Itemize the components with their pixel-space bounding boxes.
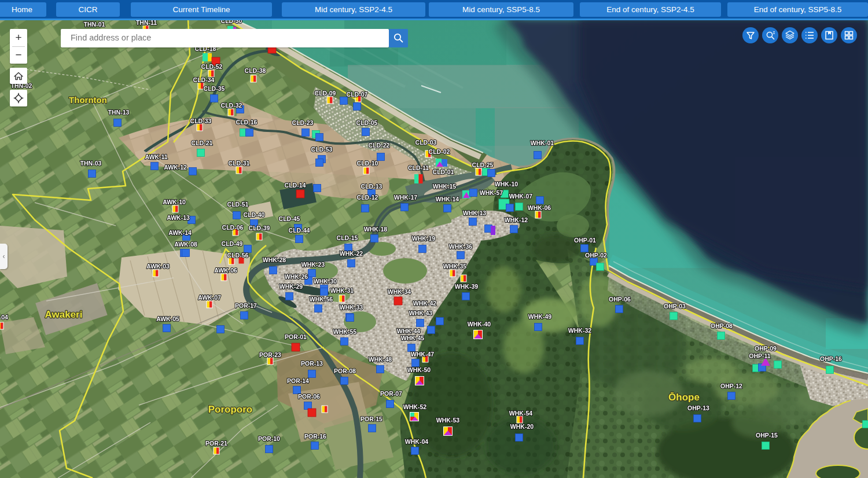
- svg-text:WHK-54: WHK-54: [509, 410, 532, 417]
- svg-text:AWK-08: AWK-08: [174, 241, 197, 248]
- svg-text:CLD-13: CLD-13: [361, 183, 382, 190]
- svg-text:AWK-05: AWK-05: [156, 315, 179, 322]
- svg-text:AWK-03: AWK-03: [146, 263, 170, 270]
- svg-text:CLD-06: CLD-06: [222, 224, 244, 231]
- svg-text:OHP-08: OHP-08: [711, 322, 733, 329]
- svg-text:WHK-19: WHK-19: [412, 235, 435, 242]
- svg-text:POR-08: POR-08: [334, 367, 356, 374]
- svg-text:WHK-26: WHK-26: [285, 273, 308, 280]
- svg-text:WHK-22: WHK-22: [340, 250, 363, 257]
- svg-text:WHK-01: WHK-01: [531, 139, 554, 146]
- svg-text:AWK-07: AWK-07: [198, 294, 221, 301]
- svg-text:POR-14: POR-14: [287, 377, 309, 384]
- svg-text:WHK-43: WHK-43: [409, 310, 432, 317]
- svg-text:OHP-11: OHP-11: [749, 352, 771, 359]
- svg-text:Awakeri: Awakeri: [45, 309, 83, 320]
- svg-text:POR-01: POR-01: [285, 333, 307, 340]
- svg-text:WHK-04: WHK-04: [405, 438, 428, 445]
- svg-text:WHK-31: WHK-31: [330, 287, 354, 294]
- svg-text:CLD-49: CLD-49: [222, 240, 243, 247]
- svg-text:WHK-57: WHK-57: [480, 189, 503, 196]
- svg-text:WHK-34: WHK-34: [388, 288, 411, 295]
- svg-text:OHP-02: OHP-02: [585, 252, 607, 259]
- svg-text:WHK-10: WHK-10: [495, 181, 518, 187]
- svg-text:WHK-15: WHK-15: [433, 183, 456, 190]
- svg-text:AWK-12: AWK-12: [164, 164, 187, 171]
- svg-text:WHK-17: WHK-17: [394, 194, 417, 201]
- svg-text:OHP-01: OHP-01: [574, 237, 596, 244]
- svg-text:WHK-12: WHK-12: [505, 216, 528, 223]
- svg-text:CLD-14: CLD-14: [285, 182, 306, 189]
- svg-text:POR-16: POR-16: [304, 433, 326, 440]
- svg-text:POR-06: POR-06: [298, 393, 320, 400]
- svg-text:CLD-10: CLD-10: [357, 160, 378, 167]
- svg-text:Ōhope: Ōhope: [668, 392, 700, 403]
- svg-text:POR-13: POR-13: [301, 360, 323, 367]
- svg-text:AWK-04: AWK-04: [0, 314, 8, 321]
- svg-text:Thornton: Thornton: [69, 95, 107, 105]
- svg-text:WHK-23: WHK-23: [301, 261, 325, 268]
- svg-text:WHK-45: WHK-45: [401, 334, 424, 341]
- svg-text:WHK-20: WHK-20: [510, 423, 534, 430]
- svg-text:CLD-15: CLD-15: [337, 234, 358, 241]
- svg-text:CLD-02: CLD-02: [429, 148, 450, 155]
- svg-text:OHP-15: OHP-15: [756, 432, 778, 439]
- svg-text:WHK-13: WHK-13: [463, 209, 486, 216]
- svg-text:CLD-05: CLD-05: [356, 119, 378, 126]
- svg-text:CLD-31: CLD-31: [229, 160, 250, 167]
- svg-text:POR-15: POR-15: [361, 416, 382, 422]
- svg-text:CLD-34: CLD-34: [193, 76, 215, 83]
- svg-text:THN-03: THN-03: [80, 160, 102, 167]
- svg-text:AWK-14: AWK-14: [168, 229, 192, 236]
- svg-text:CLD-23: CLD-23: [292, 119, 314, 126]
- svg-text:CLD-12: CLD-12: [357, 194, 378, 201]
- svg-text:OHP-09: OHP-09: [755, 345, 777, 352]
- svg-text:OHP-16: OHP-16: [820, 355, 842, 362]
- svg-text:Poroporo: Poroporo: [208, 404, 253, 415]
- svg-text:CLD-56: CLD-56: [227, 252, 249, 259]
- svg-text:CLD-07: CLD-07: [347, 91, 368, 98]
- svg-text:AWK-10: AWK-10: [163, 198, 186, 205]
- svg-text:WHK-49: WHK-49: [528, 313, 551, 320]
- svg-text:WHK-44: WHK-44: [397, 328, 420, 334]
- svg-text:WHK-53: WHK-53: [436, 417, 459, 424]
- svg-text:WHK-48: WHK-48: [369, 356, 392, 363]
- svg-text:WHK-07: WHK-07: [509, 193, 532, 200]
- svg-text:WHK-29: WHK-29: [279, 283, 303, 290]
- svg-text:THN-01: THN-01: [84, 21, 105, 28]
- svg-text:CLD-11: CLD-11: [408, 164, 429, 171]
- svg-text:CLD-32: CLD-32: [221, 102, 242, 109]
- svg-text:POR-10: POR-10: [258, 435, 280, 442]
- svg-text:POR-23: POR-23: [259, 351, 281, 358]
- svg-text:OHP-06: OHP-06: [609, 296, 631, 303]
- svg-text:CLD-51: CLD-51: [227, 201, 249, 208]
- svg-text:WHK-32: WHK-32: [568, 327, 591, 334]
- svg-text:POR-07: POR-07: [380, 390, 402, 397]
- svg-text:WHK-35: WHK-35: [443, 263, 466, 270]
- svg-text:WHK-18: WHK-18: [364, 226, 387, 233]
- svg-text:WHK-50: WHK-50: [407, 366, 431, 373]
- svg-text:AWK-11: AWK-11: [145, 153, 167, 160]
- svg-text:CLD-03: CLD-03: [415, 139, 437, 146]
- svg-text:THN-13: THN-13: [108, 109, 130, 116]
- svg-text:CLD-44: CLD-44: [289, 227, 310, 234]
- svg-text:CLD-38: CLD-38: [245, 67, 266, 74]
- svg-text:WHK-14: WHK-14: [436, 196, 459, 203]
- svg-text:CLD-39: CLD-39: [249, 225, 270, 231]
- svg-text:CLD-52: CLD-52: [201, 63, 223, 70]
- svg-text:CLD-21: CLD-21: [192, 139, 213, 146]
- svg-text:CLD-53: CLD-53: [311, 146, 333, 153]
- svg-text:OHP-03: OHP-03: [664, 303, 686, 310]
- svg-text:OHP-13: OHP-13: [687, 405, 709, 411]
- svg-text:WHK-33: WHK-33: [340, 304, 363, 311]
- svg-text:CLD-22: CLD-22: [369, 142, 390, 149]
- svg-text:CLD-25: CLD-25: [472, 161, 494, 168]
- svg-text:CLD-40: CLD-40: [244, 211, 265, 218]
- svg-text:WHK-39: WHK-39: [455, 283, 478, 290]
- svg-text:WHK-55: WHK-55: [333, 328, 356, 335]
- svg-text:WHK-47: WHK-47: [411, 351, 434, 358]
- svg-text:WHK-30: WHK-30: [314, 278, 337, 285]
- svg-text:CLD-01: CLD-01: [433, 168, 454, 175]
- svg-text:CLD-45: CLD-45: [279, 215, 300, 222]
- svg-text:AWK-06: AWK-06: [214, 267, 237, 274]
